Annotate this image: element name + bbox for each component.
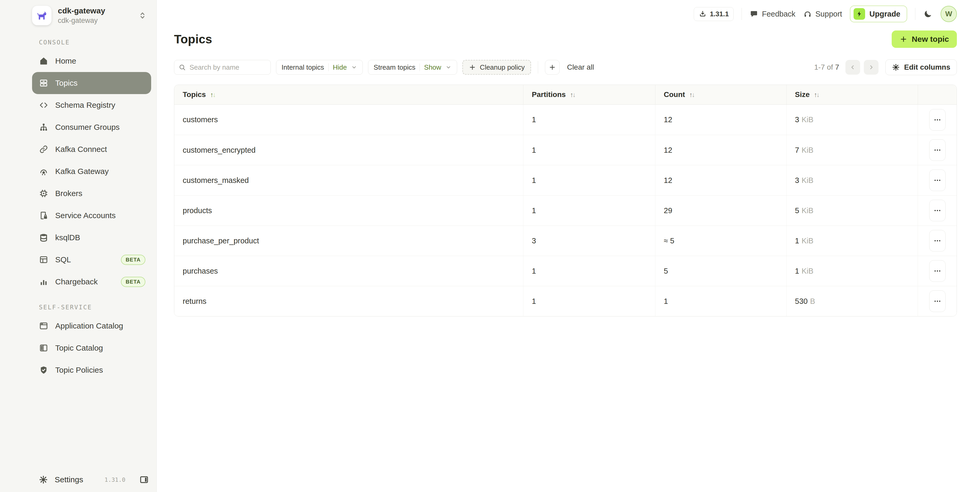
workspace-selector[interactable]: cdk-gateway cdk-gateway (32, 6, 151, 25)
sidebar-item-application-catalog[interactable]: Application Catalog (32, 315, 151, 337)
topic-name-cell[interactable]: customers (174, 105, 523, 135)
sidebar-item-sql[interactable]: SQLBETA (32, 249, 151, 271)
previous-page-button[interactable] (845, 60, 860, 75)
new-topic-button[interactable]: New topic (892, 30, 957, 48)
row-actions-button[interactable] (929, 139, 945, 161)
sidebar-item-topic-catalog[interactable]: Topic Catalog (32, 337, 151, 359)
sidebar-item-label: Topics (55, 79, 78, 87)
sidebar-item-home[interactable]: Home (32, 50, 151, 72)
row-actions-button[interactable] (929, 230, 945, 252)
user-avatar[interactable]: W (940, 6, 957, 22)
sidebar-item-brokers[interactable]: Brokers (32, 183, 151, 205)
add-filter-button[interactable] (545, 60, 560, 75)
sidebar-item-kafka-gateway[interactable]: Kafka Gateway (32, 160, 151, 183)
size-cell: 3KiB (786, 165, 918, 195)
download-icon (699, 10, 706, 18)
table-row-purchase-per-product[interactable]: purchase_per_product3≈ 51KiB (174, 225, 957, 256)
ellipsis-icon (934, 176, 941, 184)
sidebar-item-label: Brokers (55, 189, 82, 198)
table-row-customers[interactable]: customers1123KiB (174, 105, 957, 135)
row-actions-button[interactable] (929, 109, 945, 131)
topic-name-cell[interactable]: returns (174, 286, 523, 316)
sidebar-item-settings[interactable]: Settings (39, 475, 83, 484)
chevron-down-icon (445, 64, 452, 70)
sidebar-item-topic-policies[interactable]: Topic Policies (32, 359, 151, 381)
row-actions-button[interactable] (929, 200, 945, 221)
search-input[interactable] (189, 63, 266, 71)
stream-topics-filter[interactable]: Stream topics Show (368, 60, 457, 75)
column-header-partitions[interactable]: Partitions ↑↓ (523, 85, 655, 104)
column-header-topics[interactable]: Topics ↑↓ (174, 85, 523, 104)
table-row-customers-masked[interactable]: customers_masked1123KiB (174, 165, 957, 195)
actions-cell (918, 165, 957, 195)
gear-icon (892, 63, 900, 71)
topic-name-cell[interactable]: customers_masked (174, 165, 523, 195)
next-page-button[interactable] (864, 60, 878, 75)
shield-check-icon (39, 365, 48, 375)
collapse-sidebar-button[interactable] (139, 475, 149, 485)
row-actions-button[interactable] (929, 260, 945, 282)
sidebar-item-ksqldb[interactable]: ksqlDB (32, 227, 151, 249)
search-box[interactable] (174, 60, 271, 75)
internal-topics-filter[interactable]: Internal topics Hide (276, 60, 363, 75)
workspace-switcher-icon[interactable] (138, 11, 147, 20)
chevron-left-icon (850, 64, 856, 71)
support-button[interactable]: Support (803, 10, 842, 18)
count-cell: 29 (655, 195, 786, 225)
sidebar-item-topics[interactable]: Topics (32, 72, 151, 94)
topic-name-cell[interactable]: products (174, 195, 523, 225)
actions-cell (918, 195, 957, 225)
size-cell: 7KiB (786, 135, 918, 165)
topbar: 1.31.1 Feedback Support (157, 0, 980, 28)
topic-name-cell[interactable]: purchases (174, 256, 523, 286)
sidebar-item-kafka-connect[interactable]: Kafka Connect (32, 138, 151, 160)
settings-label: Settings (55, 475, 83, 484)
table-grid-icon (39, 255, 48, 264)
row-actions-button[interactable] (929, 170, 945, 191)
gear-icon (39, 475, 48, 484)
partitions-cell: 1 (523, 256, 655, 286)
stream-topics-filter-value: Show (424, 63, 441, 71)
topic-name-cell[interactable]: customers_encrypted (174, 135, 523, 165)
edit-columns-button[interactable]: Edit columns (885, 59, 957, 75)
dark-mode-toggle[interactable] (923, 9, 933, 19)
table-row-returns[interactable]: returns11530B (174, 286, 957, 316)
actions-cell (918, 256, 957, 286)
topic-name-cell[interactable]: purchase_per_product (174, 226, 523, 256)
size-value: 3 (795, 176, 799, 185)
count-cell: 12 (655, 135, 786, 165)
actions-cell (918, 135, 957, 165)
row-actions-button[interactable] (929, 290, 945, 312)
sidebar-item-label: Kafka Gateway (55, 167, 108, 176)
size-unit: KiB (802, 146, 813, 154)
plus-icon (549, 63, 556, 71)
sidebar-item-chargeback[interactable]: ChargebackBETA (32, 271, 151, 293)
column-header-count[interactable]: Count ↑↓ (655, 85, 786, 104)
size-unit: KiB (802, 206, 813, 215)
sidebar-item-label: Topic Catalog (55, 343, 103, 352)
count-cell: 12 (655, 105, 786, 135)
table-row-customers-encrypted[interactable]: customers_encrypted1127KiB (174, 135, 957, 165)
partitions-cell: 1 (523, 195, 655, 225)
upgrade-button[interactable]: Upgrade (850, 6, 907, 22)
column-header-size[interactable]: Size ↑↓ (786, 85, 918, 104)
pagination-range: 1-7 of 7 (814, 63, 839, 71)
home-icon (39, 56, 48, 66)
sidebar-item-label: Topic Policies (55, 366, 103, 375)
app-root: cdk-gateway cdk-gateway CONSOLEHomeTopic… (0, 0, 980, 492)
add-cleanup-policy-filter[interactable]: Cleanup policy (462, 60, 531, 75)
table-row-products[interactable]: products1295KiB (174, 195, 957, 225)
sidebar-item-consumer-groups[interactable]: Consumer Groups (32, 116, 151, 138)
count-cell: ≈ 5 (655, 226, 786, 256)
sidebar-item-service-accounts[interactable]: Service Accounts (32, 205, 151, 227)
feedback-button[interactable]: Feedback (750, 10, 795, 18)
partitions-cell: 1 (523, 135, 655, 165)
clear-all-button[interactable]: Clear all (567, 63, 594, 71)
sidebar-item-label: Schema Registry (55, 101, 115, 110)
sidebar-item-label: Application Catalog (55, 321, 123, 330)
nav-section-label: SELF-SERVICE (39, 304, 151, 311)
sidebar-item-schema-registry[interactable]: Schema Registry (32, 94, 151, 116)
workspace-subtitle: cdk-gateway (58, 17, 105, 25)
table-row-purchases[interactable]: purchases151KiB (174, 256, 957, 286)
version-download-badge[interactable]: 1.31.1 (694, 7, 734, 21)
